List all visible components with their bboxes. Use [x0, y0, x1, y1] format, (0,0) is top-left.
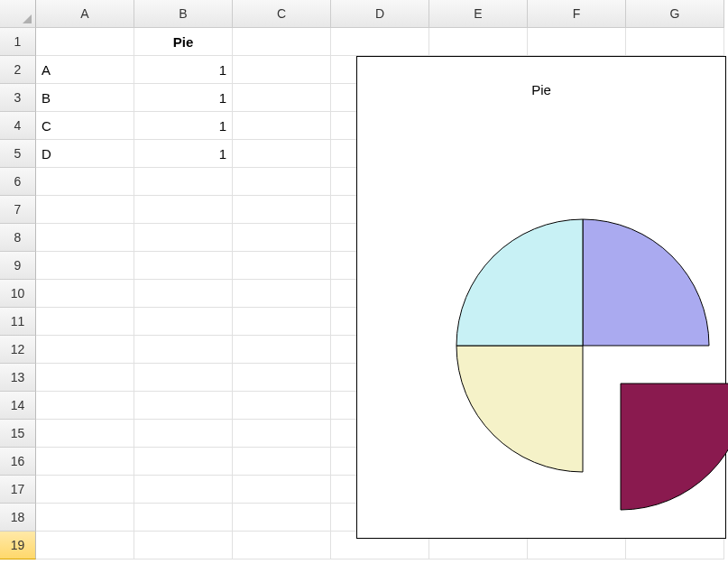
column-header-f[interactable]: F: [528, 0, 626, 28]
cell-b6[interactable]: [134, 168, 233, 196]
row-header-1[interactable]: 1: [0, 28, 36, 56]
pie-chart: [402, 165, 728, 526]
pie-slice-b-exploded: [621, 384, 728, 510]
cell-c7[interactable]: [233, 196, 331, 224]
pie-slice-d: [456, 219, 583, 346]
cell-c6[interactable]: [233, 168, 331, 196]
column-header-g[interactable]: G: [626, 0, 724, 28]
cell-b10[interactable]: [134, 280, 233, 308]
chart-title: Pie: [357, 82, 725, 97]
cell-b3[interactable]: 1: [134, 84, 233, 112]
cell-a2[interactable]: A: [36, 56, 134, 84]
cell-f1[interactable]: [528, 28, 626, 56]
cell-c15[interactable]: [233, 420, 331, 448]
cell-b4[interactable]: 1: [134, 112, 233, 140]
cell-b9[interactable]: [134, 252, 233, 280]
cell-a12[interactable]: [36, 336, 134, 364]
cell-a17[interactable]: [36, 476, 134, 504]
cell-b16[interactable]: [134, 448, 233, 476]
row-header-2[interactable]: 2: [0, 56, 36, 84]
row-header-11[interactable]: 11: [0, 308, 36, 336]
row-header-16[interactable]: 16: [0, 448, 36, 476]
row-header-17[interactable]: 17: [0, 476, 36, 504]
cell-c10[interactable]: [233, 280, 331, 308]
row-header-13[interactable]: 13: [0, 364, 36, 392]
cell-a10[interactable]: [36, 280, 134, 308]
cell-a15[interactable]: [36, 420, 134, 448]
cell-b7[interactable]: [134, 196, 233, 224]
cell-a3[interactable]: B: [36, 84, 134, 112]
cell-a19[interactable]: [36, 532, 134, 559]
cell-b5[interactable]: 1: [134, 140, 233, 168]
cell-a1[interactable]: [36, 28, 134, 56]
cell-a7[interactable]: [36, 196, 134, 224]
cell-a16[interactable]: [36, 448, 134, 476]
row-header-7[interactable]: 7: [0, 196, 36, 224]
row-header-19[interactable]: 19: [0, 532, 36, 559]
cell-c17[interactable]: [233, 476, 331, 504]
row-header-9[interactable]: 9: [0, 252, 36, 280]
row-header-4[interactable]: 4: [0, 112, 36, 140]
row-header-3[interactable]: 3: [0, 84, 36, 112]
cell-b2[interactable]: 1: [134, 56, 233, 84]
cell-c13[interactable]: [233, 364, 331, 392]
cell-c18[interactable]: [233, 504, 331, 532]
column-header-e[interactable]: E: [429, 0, 528, 28]
cell-c16[interactable]: [233, 448, 331, 476]
cell-a9[interactable]: [36, 252, 134, 280]
cell-c8[interactable]: [233, 224, 331, 252]
cell-b15[interactable]: [134, 420, 233, 448]
column-header-b[interactable]: B: [134, 0, 233, 28]
cell-c2[interactable]: [233, 56, 331, 84]
cell-d1[interactable]: [331, 28, 429, 56]
row-header-5[interactable]: 5: [0, 140, 36, 168]
cell-e1[interactable]: [429, 28, 528, 56]
cell-c11[interactable]: [233, 308, 331, 336]
row-header-15[interactable]: 15: [0, 420, 36, 448]
pie-slice-a: [583, 219, 709, 346]
cell-a6[interactable]: [36, 168, 134, 196]
column-header-a[interactable]: A: [36, 0, 134, 28]
cell-c5[interactable]: [233, 140, 331, 168]
column-header-c[interactable]: C: [233, 0, 331, 28]
cell-a4[interactable]: C: [36, 112, 134, 140]
row-header-18[interactable]: 18: [0, 504, 36, 532]
select-all-corner[interactable]: [0, 0, 36, 28]
cell-c9[interactable]: [233, 252, 331, 280]
cell-b13[interactable]: [134, 364, 233, 392]
row-header-14[interactable]: 14: [0, 392, 36, 420]
row-header-12[interactable]: 12: [0, 336, 36, 364]
cell-c14[interactable]: [233, 392, 331, 420]
cell-b17[interactable]: [134, 476, 233, 504]
column-header-d[interactable]: D: [331, 0, 429, 28]
cell-a14[interactable]: [36, 392, 134, 420]
cell-b18[interactable]: [134, 504, 233, 532]
cell-b14[interactable]: [134, 392, 233, 420]
row-header-10[interactable]: 10: [0, 280, 36, 308]
cell-a13[interactable]: [36, 364, 134, 392]
cell-c12[interactable]: [233, 336, 331, 364]
cell-a5[interactable]: D: [36, 140, 134, 168]
cell-c3[interactable]: [233, 84, 331, 112]
row-header-8[interactable]: 8: [0, 224, 36, 252]
row-header-6[interactable]: 6: [0, 168, 36, 196]
cell-b1[interactable]: Pie: [134, 28, 233, 56]
cell-b19[interactable]: [134, 532, 233, 559]
chart-container[interactable]: Pie: [356, 56, 726, 539]
cell-c4[interactable]: [233, 112, 331, 140]
cell-g1[interactable]: [626, 28, 724, 56]
cell-b8[interactable]: [134, 224, 233, 252]
cell-a11[interactable]: [36, 308, 134, 336]
cell-b11[interactable]: [134, 308, 233, 336]
cell-a18[interactable]: [36, 504, 134, 532]
cell-b12[interactable]: [134, 336, 233, 364]
cell-c1[interactable]: [233, 28, 331, 56]
pie-slice-c: [456, 346, 583, 472]
cell-c19[interactable]: [233, 532, 331, 559]
cell-a8[interactable]: [36, 224, 134, 252]
